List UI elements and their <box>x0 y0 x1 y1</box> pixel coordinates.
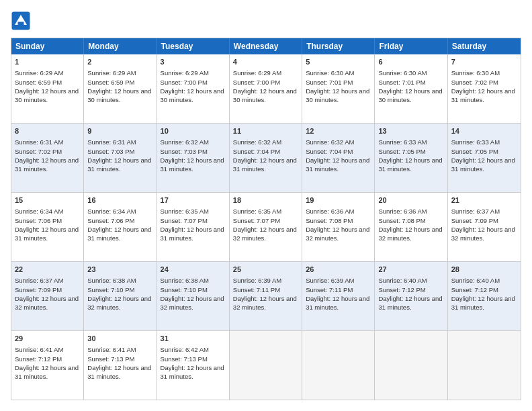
daylight-label: Daylight: 12 hours and 32 minutes. <box>451 226 515 242</box>
day-number: 27 <box>378 265 443 275</box>
day-number: 20 <box>378 195 443 205</box>
sunset-text: Sunset: 7:08 PM <box>306 217 353 224</box>
sunset-text: Sunset: 7:11 PM <box>233 286 280 293</box>
sunset-text: Sunset: 6:59 PM <box>87 79 134 86</box>
calendar-cell: 8Sunrise: 6:31 AMSunset: 7:02 PMDaylight… <box>11 124 84 192</box>
sunrise-text: Sunrise: 6:38 AM <box>87 277 136 284</box>
page: SundayMondayTuesdayWednesdayThursdayFrid… <box>0 0 532 411</box>
day-number: 2 <box>87 57 152 67</box>
calendar-row: 22Sunrise: 6:37 AMSunset: 7:09 PMDayligh… <box>11 261 521 330</box>
calendar-cell: 7Sunrise: 6:30 AMSunset: 7:02 PMDaylight… <box>448 54 521 123</box>
calendar-cell: 28Sunrise: 6:40 AMSunset: 7:12 PMDayligh… <box>448 262 521 330</box>
sunrise-text: Sunrise: 6:29 AM <box>233 69 281 77</box>
daylight-label: Daylight: 12 hours and 30 minutes. <box>87 87 151 103</box>
calendar-cell: 11Sunrise: 6:32 AMSunset: 7:04 PMDayligh… <box>230 124 302 192</box>
sunrise-text: Sunrise: 6:37 AM <box>451 208 500 215</box>
day-number: 8 <box>15 126 80 136</box>
daylight-label: Daylight: 12 hours and 31 minutes. <box>87 226 151 242</box>
day-number: 14 <box>451 126 517 136</box>
day-number: 30 <box>87 334 152 344</box>
sunrise-text: Sunrise: 6:29 AM <box>87 69 136 77</box>
sunrise-text: Sunrise: 6:40 AM <box>378 277 427 284</box>
calendar-row: 8Sunrise: 6:31 AMSunset: 7:02 PMDaylight… <box>11 123 521 192</box>
sunrise-text: Sunrise: 6:33 AM <box>378 138 427 146</box>
daylight-label: Daylight: 12 hours and 32 minutes. <box>15 295 79 311</box>
calendar-cell-empty <box>448 331 521 400</box>
sunset-text: Sunset: 7:10 PM <box>87 286 134 293</box>
daylight-label: Daylight: 12 hours and 31 minutes. <box>378 295 442 311</box>
daylight-label: Daylight: 12 hours and 31 minutes. <box>233 156 297 173</box>
calendar-cell: 2Sunrise: 6:29 AMSunset: 6:59 PMDaylight… <box>84 54 157 123</box>
daylight-label: Daylight: 12 hours and 31 minutes. <box>15 156 79 173</box>
daylight-label: Daylight: 12 hours and 31 minutes. <box>161 226 224 242</box>
sunrise-text: Sunrise: 6:30 AM <box>451 69 500 77</box>
sunset-text: Sunset: 7:09 PM <box>15 286 62 293</box>
calendar-cell: 21Sunrise: 6:37 AMSunset: 7:09 PMDayligh… <box>448 193 521 261</box>
sunset-text: Sunset: 7:13 PM <box>87 355 134 363</box>
sunset-text: Sunset: 7:07 PM <box>161 217 208 224</box>
sunset-text: Sunset: 7:01 PM <box>378 79 425 86</box>
sunrise-text: Sunrise: 6:34 AM <box>15 208 63 215</box>
sunrise-text: Sunrise: 6:30 AM <box>306 69 354 77</box>
calendar-cell: 4Sunrise: 6:29 AMSunset: 7:00 PMDaylight… <box>230 54 302 123</box>
sunset-text: Sunset: 7:12 PM <box>15 355 62 363</box>
day-number: 19 <box>306 195 371 205</box>
calendar-cell: 5Sunrise: 6:30 AMSunset: 7:01 PMDaylight… <box>302 54 375 123</box>
sunrise-text: Sunrise: 6:31 AM <box>15 138 63 146</box>
sunset-text: Sunset: 7:01 PM <box>306 79 353 86</box>
sunrise-text: Sunrise: 6:36 AM <box>378 208 427 215</box>
daylight-label: Daylight: 12 hours and 31 minutes. <box>451 156 515 173</box>
sunrise-text: Sunrise: 6:32 AM <box>233 138 281 146</box>
sunset-text: Sunset: 7:06 PM <box>87 217 134 224</box>
cal-header-day: Wednesday <box>230 38 302 54</box>
calendar-cell: 22Sunrise: 6:37 AMSunset: 7:09 PMDayligh… <box>11 262 84 330</box>
daylight-label: Daylight: 12 hours and 31 minutes. <box>87 364 151 380</box>
sunrise-text: Sunrise: 6:37 AM <box>15 277 63 284</box>
day-number: 17 <box>161 195 226 205</box>
calendar-cell-empty <box>302 331 375 400</box>
sunrise-text: Sunrise: 6:32 AM <box>161 138 209 146</box>
sunrise-text: Sunrise: 6:36 AM <box>306 208 354 215</box>
calendar-cell-empty <box>230 331 302 400</box>
day-number: 24 <box>161 265 226 275</box>
daylight-label: Daylight: 12 hours and 31 minutes. <box>87 156 151 173</box>
calendar-row: 29Sunrise: 6:41 AMSunset: 7:12 PMDayligh… <box>11 330 521 400</box>
sunrise-text: Sunrise: 6:30 AM <box>378 69 427 77</box>
sunset-text: Sunset: 7:06 PM <box>15 217 62 224</box>
day-number: 7 <box>451 57 517 67</box>
calendar-row: 15Sunrise: 6:34 AMSunset: 7:06 PMDayligh… <box>11 192 521 261</box>
cal-header-day: Monday <box>84 38 157 54</box>
cal-header-day: Friday <box>375 38 447 54</box>
sunrise-text: Sunrise: 6:35 AM <box>161 208 209 215</box>
sunrise-text: Sunrise: 6:40 AM <box>451 277 500 284</box>
calendar-cell: 16Sunrise: 6:34 AMSunset: 7:06 PMDayligh… <box>84 193 157 261</box>
day-number: 1 <box>15 57 80 67</box>
daylight-label: Daylight: 12 hours and 31 minutes. <box>15 364 79 380</box>
calendar-cell: 19Sunrise: 6:36 AMSunset: 7:08 PMDayligh… <box>302 193 375 261</box>
sunset-text: Sunset: 7:02 PM <box>15 148 62 155</box>
daylight-label: Daylight: 12 hours and 32 minutes. <box>87 295 151 311</box>
daylight-label: Daylight: 12 hours and 30 minutes. <box>233 87 297 103</box>
daylight-label: Daylight: 12 hours and 32 minutes. <box>161 295 224 311</box>
calendar-cell: 26Sunrise: 6:39 AMSunset: 7:11 PMDayligh… <box>302 262 375 330</box>
sunrise-text: Sunrise: 6:38 AM <box>161 277 209 284</box>
daylight-label: Daylight: 12 hours and 31 minutes. <box>161 156 224 173</box>
sunset-text: Sunset: 7:03 PM <box>161 148 208 155</box>
calendar-body: 1Sunrise: 6:29 AMSunset: 6:59 PMDaylight… <box>11 54 521 400</box>
sunrise-text: Sunrise: 6:41 AM <box>87 346 136 353</box>
sunrise-text: Sunrise: 6:31 AM <box>87 138 136 146</box>
cal-header-day: Thursday <box>302 38 375 54</box>
day-number: 28 <box>451 265 517 275</box>
daylight-label: Daylight: 12 hours and 30 minutes. <box>161 87 224 103</box>
daylight-label: Daylight: 12 hours and 32 minutes. <box>378 226 442 242</box>
sunset-text: Sunset: 7:13 PM <box>161 355 208 363</box>
day-number: 25 <box>233 265 298 275</box>
sunset-text: Sunset: 7:03 PM <box>87 148 134 155</box>
calendar-cell: 24Sunrise: 6:38 AMSunset: 7:10 PMDayligh… <box>157 262 230 330</box>
sunrise-text: Sunrise: 6:39 AM <box>233 277 281 284</box>
calendar-cell-empty <box>375 331 447 400</box>
day-number: 12 <box>306 126 371 136</box>
daylight-label: Daylight: 12 hours and 31 minutes. <box>451 295 515 311</box>
sunrise-text: Sunrise: 6:33 AM <box>451 138 500 146</box>
day-number: 13 <box>378 126 443 136</box>
